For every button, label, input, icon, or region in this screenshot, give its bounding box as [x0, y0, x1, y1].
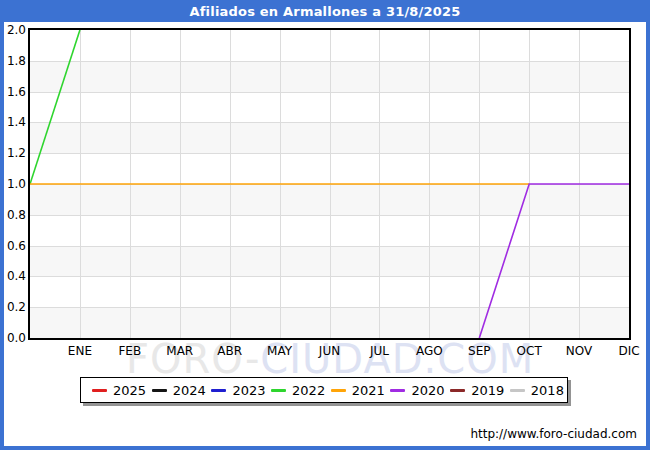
- plot-area: [28, 28, 631, 340]
- frame-border-bottom: [0, 446, 650, 450]
- chart-window: Afiliados en Armallones a 31/8/2025 FORO…: [0, 0, 650, 450]
- series-lines: [30, 30, 629, 338]
- legend-label-2018: 2018: [531, 383, 564, 398]
- x-tick-label-dic: DIC: [605, 344, 650, 358]
- x-tick-label-nov: NOV: [555, 344, 603, 358]
- frame-border-left: [0, 22, 4, 450]
- legend-label-2019: 2019: [471, 383, 504, 398]
- legend-item-2018: 2018: [510, 383, 564, 398]
- legend-swatch-2019: [450, 389, 465, 392]
- legend-item-2019: 2019: [450, 383, 504, 398]
- legend-item-2022: 2022: [271, 383, 325, 398]
- legend-label-2020: 2020: [411, 383, 444, 398]
- legend-label-2023: 2023: [232, 383, 265, 398]
- x-tick-label-ene: ENE: [56, 344, 104, 358]
- title-bar: Afiliados en Armallones a 31/8/2025: [0, 0, 650, 22]
- watermark-part1: FORO-: [126, 336, 260, 382]
- legend-label-2024: 2024: [173, 383, 206, 398]
- legend-item-2025: 2025: [92, 383, 146, 398]
- footer-url[interactable]: http://www.foro-ciudad.com: [470, 427, 637, 441]
- legend-swatch-2025: [92, 389, 107, 392]
- legend-label-2022: 2022: [292, 383, 325, 398]
- series-line-2022: [30, 30, 80, 184]
- watermark: FORO-CIUDAD.COM: [126, 336, 534, 382]
- legend-swatch-2024: [152, 389, 167, 392]
- series-line-2020: [479, 184, 629, 338]
- legend-swatch-2020: [390, 389, 405, 392]
- legend-swatch-2018: [510, 389, 525, 392]
- legend: 20252024202320222021202020192018: [80, 377, 568, 403]
- watermark-part2: CIUDAD.COM: [260, 336, 534, 382]
- legend-item-2020: 2020: [390, 383, 444, 398]
- legend-item-2021: 2021: [331, 383, 385, 398]
- legend-swatch-2023: [211, 389, 226, 392]
- chart-title: Afiliados en Armallones a 31/8/2025: [189, 4, 460, 19]
- legend-label-2025: 2025: [113, 383, 146, 398]
- legend-swatch-2021: [331, 389, 346, 392]
- legend-item-2024: 2024: [152, 383, 206, 398]
- legend-swatch-2022: [271, 389, 286, 392]
- legend-label-2021: 2021: [352, 383, 385, 398]
- legend-item-2023: 2023: [211, 383, 265, 398]
- frame-border-right: [646, 22, 650, 450]
